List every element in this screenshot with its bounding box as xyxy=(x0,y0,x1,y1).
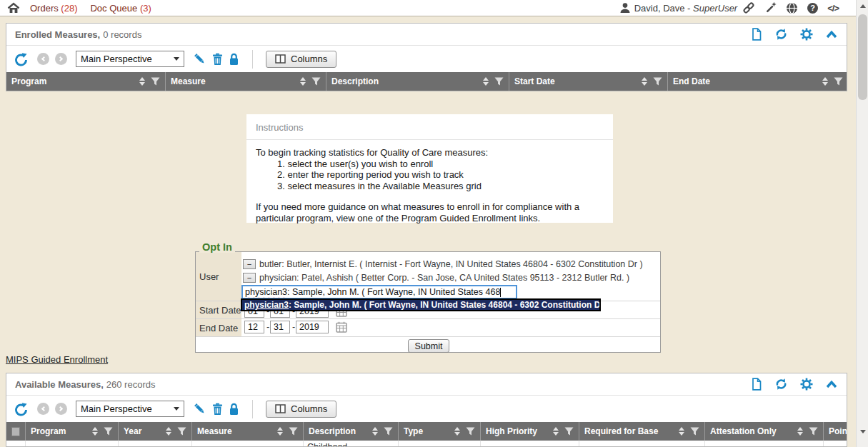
nav-item-doc-queue[interactable]: Doc Queue (3) xyxy=(90,3,151,14)
end-calendar-icon[interactable] xyxy=(336,321,347,333)
column-header-poin[interactable]: Poin xyxy=(824,422,847,441)
remove-user-button[interactable]: − xyxy=(243,259,256,269)
filter-icon[interactable] xyxy=(177,427,186,436)
submit-button[interactable]: Submit xyxy=(408,339,449,353)
column-header-attestation-only[interactable]: Attestation Only xyxy=(705,422,824,441)
sort-icon[interactable] xyxy=(483,77,489,86)
available-panel-header: Available Measures, 260 records xyxy=(6,373,847,396)
sort-icon[interactable] xyxy=(372,427,378,436)
new-document-icon[interactable] xyxy=(751,378,762,391)
top-nav: Orders (28)Doc Queue (3) xyxy=(30,3,151,14)
scroll-up-icon[interactable] xyxy=(857,0,868,12)
column-header-end-date[interactable]: End Date xyxy=(668,72,847,91)
filter-icon[interactable] xyxy=(494,77,504,86)
columns-button-label: Columns xyxy=(291,403,327,414)
enrolled-panel-actions xyxy=(751,28,838,41)
column-header-required-for-base[interactable]: Required for Base xyxy=(579,422,705,441)
autocomplete-option[interactable]: physician3: Sample, John M. ( Fort Wayne… xyxy=(241,298,601,311)
sort-icon[interactable] xyxy=(454,427,460,436)
selected-user-0: −butler: Butler, Internist E. ( Internis… xyxy=(243,258,643,271)
perspective-select[interactable]: Main Perspective xyxy=(76,401,184,417)
filter-icon[interactable] xyxy=(653,77,662,86)
sort-icon[interactable] xyxy=(139,77,145,86)
filter-icon[interactable] xyxy=(690,427,699,436)
undo-icon[interactable] xyxy=(14,52,29,66)
column-header-description[interactable]: Description xyxy=(326,72,509,91)
filter-icon[interactable] xyxy=(104,427,113,436)
table-cell xyxy=(192,441,304,447)
link-icon[interactable] xyxy=(742,1,756,14)
back-icon[interactable] xyxy=(37,53,49,65)
home-icon[interactable] xyxy=(7,2,20,14)
mips-guided-enrollment-link[interactable]: MIPS Guided Enrollment xyxy=(6,354,108,365)
forward-icon[interactable] xyxy=(55,53,67,65)
user-search-input[interactable]: physician3: Sample, John M. ( Fort Wayne… xyxy=(241,285,517,299)
forward-icon[interactable] xyxy=(55,403,67,415)
instructions-box: Instructions To begin tracking statistic… xyxy=(246,114,613,223)
columns-button[interactable]: Columns xyxy=(266,51,336,68)
column-header-type[interactable]: Type xyxy=(399,422,481,441)
filter-icon[interactable] xyxy=(384,427,393,436)
edit-icon[interactable] xyxy=(193,52,206,66)
undo-icon[interactable] xyxy=(14,402,29,416)
column-header-measure[interactable]: Measure xyxy=(192,422,304,441)
new-document-icon[interactable] xyxy=(751,28,762,41)
column-header-program[interactable]: Program xyxy=(6,72,166,91)
globe-icon[interactable] xyxy=(786,2,798,14)
vertical-scrollbar[interactable] xyxy=(856,0,868,447)
sort-icon[interactable] xyxy=(642,77,647,86)
scroll-down-icon[interactable] xyxy=(857,426,868,438)
lock-icon[interactable] xyxy=(229,403,239,416)
end-month-input[interactable]: 12 xyxy=(244,321,264,333)
edit-icon[interactable] xyxy=(193,402,206,416)
column-header-measure[interactable]: Measure xyxy=(166,72,326,91)
delete-icon[interactable] xyxy=(212,403,223,416)
sort-icon[interactable] xyxy=(300,77,306,86)
end-year-input[interactable]: 2019 xyxy=(296,321,329,333)
collapse-icon[interactable] xyxy=(825,379,838,389)
column-header-program[interactable]: Program xyxy=(26,422,119,441)
sort-icon[interactable] xyxy=(553,427,559,436)
column-header-start-date[interactable]: Start Date xyxy=(509,72,668,91)
filter-icon[interactable] xyxy=(809,427,818,436)
sort-icon[interactable] xyxy=(679,427,684,436)
filter-icon[interactable] xyxy=(466,427,475,436)
filter-icon[interactable] xyxy=(151,77,160,86)
table-row[interactable]: Childhood Immunization Status xyxy=(6,441,847,447)
select-all-checkbox[interactable] xyxy=(11,427,20,436)
lock-icon[interactable] xyxy=(229,53,239,66)
settings-icon[interactable] xyxy=(800,28,813,41)
column-header-description[interactable]: Description xyxy=(304,422,399,441)
wand-icon[interactable] xyxy=(764,1,777,14)
remove-user-button[interactable]: − xyxy=(243,273,256,283)
sort-icon[interactable] xyxy=(166,427,171,436)
refresh-icon[interactable] xyxy=(774,378,788,391)
back-icon[interactable] xyxy=(37,403,49,415)
refresh-icon[interactable] xyxy=(774,28,788,41)
top-bar: Orders (28)Doc Queue (3) David, Dave - S… xyxy=(0,0,856,16)
settings-icon[interactable] xyxy=(800,378,813,391)
enrolled-table-header: ProgramMeasureDescriptionStart DateEnd D… xyxy=(6,72,847,91)
instructions-divider xyxy=(246,139,613,140)
nav-item-orders[interactable]: Orders (28) xyxy=(30,3,77,14)
filter-icon[interactable] xyxy=(564,427,574,436)
sort-icon[interactable] xyxy=(92,427,98,436)
help-icon[interactable]: ? xyxy=(807,2,819,14)
columns-button[interactable]: Columns xyxy=(266,401,336,418)
filter-icon[interactable] xyxy=(311,77,321,86)
table-cell xyxy=(579,441,705,447)
code-icon[interactable]: </> xyxy=(827,3,839,14)
column-header-high-priority[interactable]: High Priority xyxy=(481,422,579,441)
delete-icon[interactable] xyxy=(212,53,223,66)
text-cursor xyxy=(500,288,501,297)
sort-icon[interactable] xyxy=(277,427,283,436)
sort-icon[interactable] xyxy=(822,77,828,86)
perspective-select[interactable]: Main Perspective xyxy=(76,51,184,67)
collapse-icon[interactable] xyxy=(825,29,838,39)
end-day-input[interactable]: 31 xyxy=(270,321,290,333)
column-header-year[interactable]: Year xyxy=(119,422,192,441)
sort-icon[interactable] xyxy=(797,427,803,436)
filter-icon[interactable] xyxy=(834,77,843,86)
filter-icon[interactable] xyxy=(289,427,298,436)
scrollbar-thumb[interactable] xyxy=(858,14,867,100)
